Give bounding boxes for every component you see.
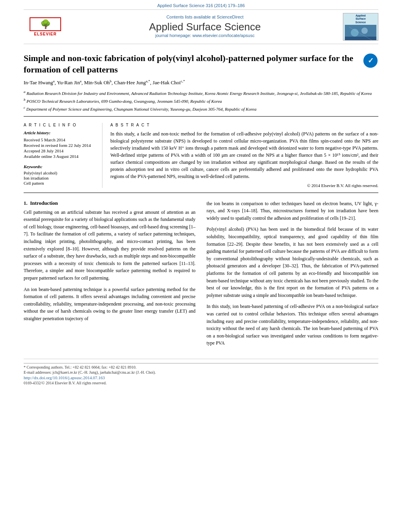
page-footer: * Corresponding authors. Tel.: +82 42 82… <box>24 359 378 385</box>
citation-link[interactable]: Applied Surface Science 316 (2014) 179–1… <box>157 3 245 8</box>
abstract-text: In this study, a facile and non-toxic me… <box>110 130 378 180</box>
article-section: Simple and non-toxic fabrication of poly… <box>24 46 378 117</box>
crossmark-icon: ✓ <box>363 54 378 68</box>
article-info-heading: A R T I C L E I N F O <box>24 123 96 127</box>
svg-point-2 <box>361 28 368 34</box>
intro-para-3: the ion beams in comparison to other tec… <box>207 200 378 222</box>
corresponding-note: * Corresponding authors. Tel.: +82 42 82… <box>24 365 378 369</box>
journal-title: Applied Surface Science <box>67 21 343 33</box>
affiliations: a Radiation Research Division for Indust… <box>24 89 378 112</box>
homepage-url[interactable]: www.elsevier.com/locate/apsusc <box>192 33 255 38</box>
issn-line: 0169-4332/© 2014 Elsevier B.V. All right… <box>24 381 378 385</box>
body-right-column: the ion beams in comparison to other tec… <box>207 200 378 351</box>
copyright: © 2014 Elsevier B.V. All rights reserved… <box>110 183 378 188</box>
keywords-label: Keywords: <box>24 164 96 169</box>
intro-para-1: Cell patterning on an artificial substra… <box>24 209 195 282</box>
journal-header: 🌳 ELSEVIER Contents lists available at S… <box>24 9 378 44</box>
elsevier-tree-icon: 🌳 <box>40 19 51 30</box>
keyword-3: Cell pattern <box>24 181 96 185</box>
history-label: Article history: <box>24 130 96 135</box>
article-info-column: A R T I C L E I N F O Article history: R… <box>24 123 102 188</box>
affiliation-b: b POSCO Technical Research Laboratories,… <box>24 97 378 104</box>
top-citation: Applied Surface Science 316 (2014) 179–1… <box>24 0 378 9</box>
keyword-2: Ion irradiation <box>24 176 96 180</box>
revised-date: Received in revised form 22 July 2014 <box>24 143 96 148</box>
elsevier-wordmark: ELSEVIER <box>34 32 56 36</box>
journal-thumbnail: AppliedSurfaceScience <box>343 13 378 41</box>
journal-thumb-image <box>345 25 376 40</box>
intro-para-5: In this study, ion beam-based patterning… <box>207 303 378 347</box>
body-left-column: 1. Introduction Cell patterning on an ar… <box>24 200 195 351</box>
keyword-1: Poly(vinyl alcohol) <box>24 171 96 175</box>
email-line: E-mail addresses: jch@kaeri.re.kr (C.-H.… <box>24 370 378 374</box>
abstract-heading: A B S T R A C T <box>110 123 378 127</box>
elsevier-logo: 🌳 ELSEVIER <box>24 16 67 38</box>
affiliation-a: a Radiation Research Division for Indust… <box>24 89 378 96</box>
authors-line: In-Tae Hwanga, Yu-Ran Jina, Min-Suk Ohb,… <box>24 79 378 86</box>
body-section: 1. Introduction Cell patterning on an ar… <box>24 200 378 351</box>
homepage-line: journal homepage: www.elsevier.com/locat… <box>67 33 343 38</box>
journal-center: Contents lists available at ScienceDirec… <box>67 15 343 39</box>
svg-rect-3 <box>345 37 376 40</box>
abstract-column: A B S T R A C T In this study, a facile … <box>110 123 378 188</box>
article-info-abstract: A R T I C L E I N F O Article history: R… <box>24 123 378 193</box>
available-date: Available online 3 August 2014 <box>24 154 96 159</box>
doi-line: http://dx.doi.org/10.1016/j.apsusc.2014.… <box>24 375 378 380</box>
accepted-date: Accepted 28 July 2014 <box>24 148 96 153</box>
crossmark-widget[interactable]: ✓ <box>363 53 378 69</box>
article-title: Simple and non-toxic fabrication of poly… <box>24 53 363 75</box>
sciencedirect-link[interactable]: ScienceDirect <box>217 15 244 19</box>
intro-heading: 1. Introduction <box>24 200 195 206</box>
intro-para-2: An ion beam-based patterning technique i… <box>24 286 195 323</box>
contents-line: Contents lists available at ScienceDirec… <box>67 15 343 19</box>
affiliation-c: c Department of Polymer Science and Engi… <box>24 105 378 112</box>
received-date: Received 5 March 2014 <box>24 137 96 142</box>
svg-point-1 <box>351 29 359 37</box>
intro-para-4: Poly(vinyl alcohol) (PVA) has been used … <box>207 226 378 299</box>
